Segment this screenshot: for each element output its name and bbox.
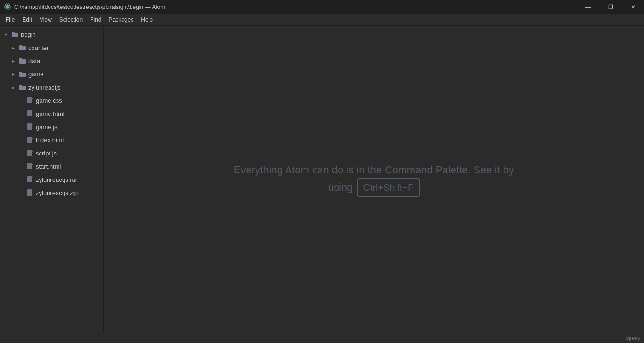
svg-rect-18	[27, 150, 32, 156]
editor-area: Everything Atom can do is in the Command…	[104, 26, 644, 333]
sidebar-item-game-label: game	[28, 71, 44, 78]
menu-item-find[interactable]: Find	[86, 14, 105, 25]
window-controls: — ❐ ✕	[577, 0, 644, 14]
folder-icon	[19, 70, 26, 78]
svg-rect-12	[19, 86, 26, 90]
svg-rect-4	[12, 33, 18, 37]
atom-icon	[4, 3, 11, 12]
sidebar-item-game-html-label: game.html	[36, 110, 65, 117]
svg-rect-19	[27, 163, 32, 169]
sidebar-item-index-html[interactable]: index.html	[0, 133, 103, 147]
sidebar-item-zylunreactjs-zip[interactable]: zylunreactjs.zip	[0, 186, 103, 199]
sidebar-item-script-js[interactable]: script.js	[0, 147, 103, 160]
svg-rect-20	[27, 176, 32, 182]
svg-rect-16	[27, 123, 32, 130]
menu-item-file[interactable]: File	[2, 14, 18, 25]
sidebar-item-zylunreactjs[interactable]: zylunreactjs	[0, 81, 103, 94]
svg-rect-13	[19, 85, 22, 86]
file-icon	[26, 97, 34, 104]
svg-rect-10	[19, 73, 26, 77]
chevron-icon	[9, 57, 17, 65]
sidebar-item-game-html[interactable]: game.html	[0, 107, 103, 120]
welcome-line1: Everything Atom can do is in the Command…	[234, 162, 514, 178]
chevron-icon	[9, 70, 17, 78]
menu-bar: FileEditViewSelectionFindPackagesHelp	[0, 14, 644, 26]
minimize-button[interactable]: —	[577, 0, 599, 14]
sidebar-item-begin-label: begin	[21, 31, 36, 38]
keyboard-shortcut: Ctrl+Shift+P	[357, 178, 420, 197]
folder-icon	[11, 31, 19, 38]
menu-item-selection[interactable]: Selection	[56, 14, 86, 25]
sidebar-item-counter-label: counter	[28, 44, 49, 51]
sidebar: begin counter data	[0, 26, 104, 333]
svg-rect-21	[27, 189, 32, 196]
sidebar-item-data-label: data	[28, 57, 40, 65]
folder-icon	[19, 57, 26, 65]
sidebar-item-game-css[interactable]: game.css	[0, 94, 103, 107]
sidebar-item-game-js-label: game.js	[36, 123, 58, 131]
svg-rect-6	[19, 46, 26, 50]
chevron-icon	[9, 44, 17, 51]
file-icon	[26, 189, 34, 196]
sidebar-item-zylunreactjs-rar-label: zylunreactjs.rar	[36, 176, 77, 183]
sidebar-item-zylunreactjs-rar[interactable]: zylunreactjs.rar	[0, 173, 103, 186]
sidebar-item-game-css-label: game.css	[36, 97, 62, 104]
file-icon	[26, 123, 34, 131]
file-icon	[26, 136, 34, 144]
file-icon	[26, 110, 34, 117]
svg-rect-14	[27, 97, 32, 103]
svg-rect-8	[19, 59, 26, 64]
sidebar-item-game[interactable]: game	[0, 67, 103, 81]
sidebar-item-index-html-label: index.html	[36, 137, 64, 144]
sidebar-item-zylunreactjs-label: zylunreactjs	[28, 84, 61, 91]
status-bar: jquery	[0, 333, 644, 343]
sidebar-item-script-js-label: script.js	[36, 150, 57, 157]
chevron-icon	[2, 31, 9, 38]
sidebar-item-counter[interactable]: counter	[0, 41, 103, 54]
svg-rect-9	[19, 58, 22, 60]
folder-icon	[19, 83, 26, 91]
sidebar-item-game-js[interactable]: game.js	[0, 120, 103, 133]
file-icon	[26, 176, 34, 183]
welcome-message: Everything Atom can do is in the Command…	[234, 162, 514, 197]
sidebar-item-start-html-label: start.html	[36, 163, 61, 170]
welcome-line2-prefix: using	[328, 181, 356, 193]
main-layout: begin counter data	[0, 26, 644, 333]
menu-item-packages[interactable]: Packages	[105, 14, 138, 25]
svg-rect-5	[12, 32, 15, 33]
sidebar-item-zylunreactjs-zip-label: zylunreactjs.zip	[36, 189, 78, 196]
close-button[interactable]: ✕	[622, 0, 644, 14]
status-plugin-label: jquery	[626, 335, 640, 341]
title-bar: C:\xampp\htdocs\testcodes\reactjs\plural…	[0, 0, 644, 14]
chevron-icon	[9, 83, 17, 91]
folder-icon	[19, 44, 26, 51]
svg-rect-7	[19, 45, 22, 47]
maximize-button[interactable]: ❐	[600, 0, 621, 14]
svg-rect-17	[27, 137, 32, 143]
sidebar-item-begin[interactable]: begin	[0, 28, 103, 41]
menu-item-edit[interactable]: Edit	[18, 14, 36, 25]
title-bar-text: C:\xampp\htdocs\testcodes\reactjs\plural…	[14, 4, 165, 10]
welcome-line2: using Ctrl+Shift+P	[234, 178, 514, 197]
file-icon	[26, 163, 34, 170]
file-icon	[26, 149, 34, 157]
svg-rect-15	[27, 110, 32, 116]
sidebar-item-start-html[interactable]: start.html	[0, 160, 103, 173]
menu-item-help[interactable]: Help	[137, 14, 157, 25]
menu-item-view[interactable]: View	[36, 14, 56, 25]
sidebar-item-data[interactable]: data	[0, 54, 103, 67]
svg-rect-11	[19, 72, 22, 73]
